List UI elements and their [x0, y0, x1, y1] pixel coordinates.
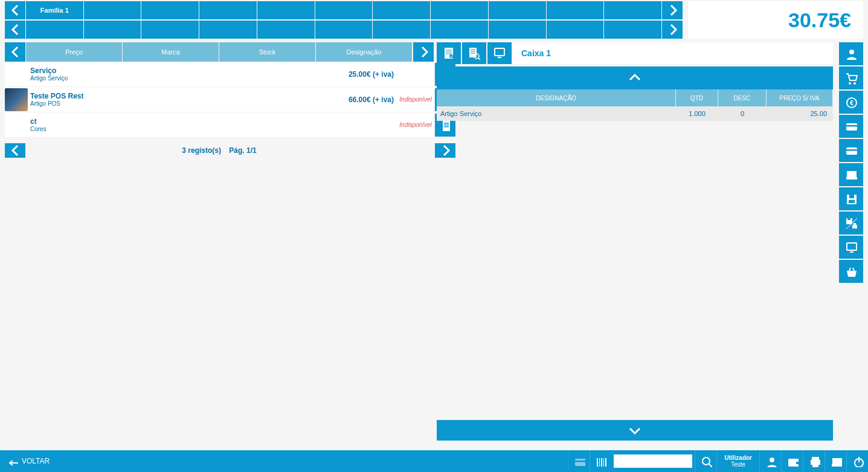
product-thumb — [5, 114, 28, 137]
category-bars: Família 1 — [0, 0, 683, 39]
barcode-input[interactable] — [614, 454, 692, 468]
category-cell[interactable] — [26, 21, 83, 39]
back-button[interactable]: VOLTAR — [0, 450, 57, 472]
cart-item-desc: 0 — [718, 110, 767, 117]
category-cell[interactable] — [84, 21, 141, 39]
cart-expand-button[interactable] — [437, 420, 833, 441]
terminal-button[interactable] — [839, 236, 863, 259]
page-indicator: Pág. 1/1 — [229, 146, 256, 155]
category-cell[interactable] — [84, 1, 141, 19]
cart-head-designation: DESIGNAÇÃO — [437, 89, 676, 106]
product-name: Teste POS Rest — [30, 92, 331, 100]
user-button[interactable] — [839, 42, 863, 65]
category-cell[interactable] — [604, 1, 661, 19]
card-footer-button[interactable] — [568, 450, 590, 472]
column-header[interactable]: Designação — [316, 42, 412, 62]
basket-button[interactable] — [839, 260, 863, 283]
category-cell[interactable] — [141, 21, 199, 39]
cat1-prev-button[interactable] — [5, 1, 25, 19]
cart-item-name: Artigo Serviço — [437, 110, 676, 117]
category-cell[interactable] — [373, 21, 430, 39]
power-button[interactable] — [846, 450, 868, 472]
total-display: 30.75€ — [688, 1, 863, 39]
product-sub: Cores — [30, 126, 331, 132]
cart-head-desc: DESC — [718, 89, 767, 106]
product-pane: PreçoMarcaStockDesignação Serviço Artigo… — [5, 42, 434, 163]
record-count: 3 registo(s) — [182, 146, 221, 155]
product-thumb — [5, 88, 28, 111]
footer-print-button[interactable] — [803, 450, 825, 472]
product-row[interactable]: ct Cores Indisponível — [5, 112, 434, 138]
cart-column-headers: DESIGNAÇÃO QTD DESC PREÇO S/ IVA — [437, 89, 833, 106]
main-area: PreçoMarcaStockDesignação Serviço Artigo… — [5, 42, 863, 448]
category-cell[interactable] — [489, 1, 546, 19]
product-price: 25.00€ (+ iva) — [331, 70, 397, 79]
category-cell[interactable] — [431, 21, 488, 39]
category-cell[interactable] — [373, 1, 430, 19]
category-cell[interactable] — [547, 1, 604, 19]
page-prev-button[interactable] — [5, 143, 25, 158]
cat2-next-button[interactable] — [662, 21, 683, 39]
cart-rows: Artigo Serviço 1.000 0 25.00 — [437, 106, 833, 121]
category-cell[interactable] — [315, 21, 373, 39]
user-name: Teste — [731, 461, 745, 468]
cart-collapse-button[interactable] — [437, 66, 833, 89]
list-footer: 3 registo(s) Pág. 1/1 — [5, 138, 434, 163]
product-status: Indisponível — [397, 96, 434, 103]
save-button[interactable] — [839, 187, 863, 210]
footer-register-button[interactable] — [825, 450, 846, 472]
cart-head-qty: QTD — [676, 89, 718, 106]
product-name: ct — [30, 117, 331, 126]
category-cell[interactable] — [199, 21, 257, 39]
product-info: ct Cores — [30, 117, 331, 132]
cat2-prev-button[interactable] — [5, 21, 25, 39]
footer-user-button[interactable] — [759, 450, 781, 472]
category-row-1: Família 1 — [5, 1, 683, 19]
search-button[interactable] — [695, 450, 716, 472]
cart-row[interactable]: Artigo Serviço 1.000 0 25.00 — [437, 106, 833, 121]
product-sub: Artigo Serviço — [30, 75, 331, 82]
barcode-icon — [590, 450, 611, 472]
footer-wallet-button[interactable] — [781, 450, 803, 472]
category-cell[interactable] — [257, 21, 315, 39]
column-header[interactable]: Stock — [219, 42, 315, 62]
category-cell[interactable] — [315, 1, 373, 19]
register-button[interactable] — [839, 163, 863, 186]
product-name: Serviço — [30, 66, 331, 75]
terminal-header-button[interactable] — [487, 42, 512, 64]
category-row-2 — [5, 21, 683, 39]
undo-icon — [7, 456, 18, 467]
columns-prev-button[interactable] — [5, 42, 25, 62]
card2-button[interactable] — [839, 139, 863, 162]
column-header[interactable]: Marca — [123, 42, 219, 62]
footer-bar: VOLTAR Utilizador Teste — [0, 450, 868, 472]
product-row[interactable]: Teste POS Rest Artigo POS 66.00€ (+ iva)… — [5, 87, 434, 112]
receipt-search-button[interactable] — [462, 42, 486, 64]
category-cell[interactable] — [547, 21, 604, 39]
column-header[interactable]: Preço — [26, 42, 122, 62]
category-cell[interactable]: Família 1 — [26, 1, 83, 19]
category-cell[interactable] — [257, 1, 315, 19]
category-cell[interactable] — [604, 21, 661, 39]
cash-button[interactable] — [839, 91, 863, 114]
page-next-button[interactable] — [435, 143, 455, 158]
user-box[interactable]: Utilizador Teste — [716, 450, 759, 472]
product-row[interactable]: Serviço Artigo Serviço 25.00€ (+ iva) — [5, 62, 434, 87]
product-sub: Artigo POS — [30, 100, 331, 107]
category-cell[interactable] — [141, 1, 199, 19]
save-print-button[interactable] — [839, 212, 863, 234]
product-info: Teste POS Rest Artigo POS — [30, 92, 331, 107]
category-cell[interactable] — [489, 21, 546, 39]
columns-next-button[interactable] — [413, 42, 434, 62]
category-cell[interactable] — [199, 1, 257, 19]
back-label: VOLTAR — [22, 457, 50, 465]
cat1-next-button[interactable] — [662, 1, 683, 19]
receipt-check-button[interactable] — [437, 42, 461, 64]
cart-button[interactable] — [839, 66, 863, 89]
cart-header: Caixa 1 — [437, 42, 833, 64]
category-cell[interactable] — [431, 1, 488, 19]
cart-pane: Caixa 1 DESIGNAÇÃO QTD DESC PREÇO S/ IVA… — [437, 42, 833, 121]
user-label: Utilizador — [724, 454, 752, 461]
card1-button[interactable] — [839, 115, 863, 138]
product-thumb — [5, 63, 28, 86]
